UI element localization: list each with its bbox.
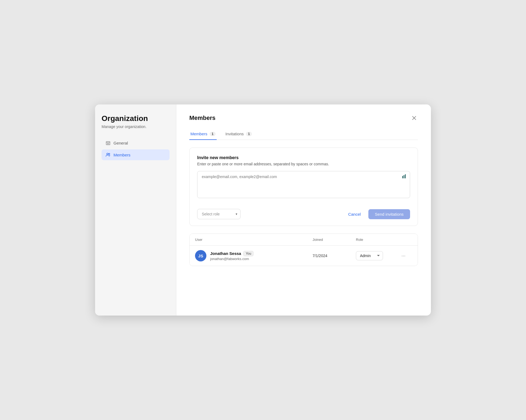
tab-members[interactable]: Members 1	[189, 128, 217, 140]
invite-actions: Select role Admin Member Viewer ▾ Cancel…	[197, 209, 410, 219]
svg-rect-1	[107, 143, 108, 143]
table-row: JS Jonathan Sessa You jonathan@fabworks.…	[190, 246, 418, 266]
svg-point-4	[109, 153, 110, 155]
building-icon	[105, 140, 111, 146]
svg-rect-0	[106, 142, 110, 145]
close-button[interactable]	[410, 114, 418, 122]
members-table: User Joined Role JS Jonathan Sessa You j…	[189, 234, 418, 266]
email-textarea-wrapper	[197, 171, 410, 204]
col-joined: Joined	[313, 238, 356, 242]
action-buttons: Cancel Send invitations	[345, 209, 410, 219]
user-name: Jonathan Sessa	[210, 251, 241, 256]
more-options-button[interactable]: ···	[399, 252, 408, 260]
email-input[interactable]	[197, 171, 410, 198]
svg-rect-2	[109, 143, 109, 143]
cancel-button[interactable]: Cancel	[345, 209, 364, 219]
avatar: JS	[195, 250, 206, 261]
ellipsis-icon: ···	[401, 253, 405, 259]
tab-invitations-badge: 1	[246, 132, 252, 136]
user-info: Jonathan Sessa You jonathan@fabworks.com	[210, 251, 254, 261]
sidebar-item-members[interactable]: Members	[102, 149, 170, 160]
tab-invitations[interactable]: Invitations 1	[224, 128, 253, 140]
user-name-row: Jonathan Sessa You	[210, 251, 254, 256]
sidebar-title: Organization	[102, 114, 170, 123]
col-role: Role	[356, 238, 399, 242]
role-cell: Admin Member Viewer	[356, 251, 399, 260]
you-badge: You	[243, 251, 254, 256]
role-select[interactable]: Select role Admin Member Viewer	[197, 209, 241, 219]
page-title: Members	[189, 114, 216, 122]
user-cell: JS Jonathan Sessa You jonathan@fabworks.…	[195, 250, 313, 261]
col-actions	[399, 238, 412, 242]
sidebar-nav: General Members	[102, 137, 170, 160]
user-email: jonathan@fabworks.com	[210, 257, 254, 261]
role-select-wrapper: Select role Admin Member Viewer ▾	[197, 209, 241, 219]
more-actions-cell: ···	[399, 252, 412, 260]
invite-card: Invite new members Enter or paste one or…	[189, 147, 418, 226]
sidebar-item-members-label: Members	[113, 153, 131, 157]
table-header: User Joined Role	[190, 234, 418, 246]
svg-point-3	[107, 153, 108, 155]
main-header: Members	[189, 114, 418, 122]
tab-members-badge: 1	[210, 132, 216, 136]
sidebar-item-general-label: General	[113, 141, 128, 145]
joined-cell: 7/1/2024	[313, 254, 356, 258]
tab-invitations-label: Invitations	[225, 132, 244, 136]
sidebar-item-general[interactable]: General	[102, 137, 170, 148]
main-content: Members Members 1 Invitations 1 Invite n…	[176, 104, 431, 316]
members-icon	[105, 152, 111, 158]
invite-card-title: Invite new members	[197, 155, 410, 160]
col-user: User	[195, 238, 313, 242]
role-dropdown[interactable]: Admin Member Viewer	[356, 251, 383, 260]
sidebar: Organization Manage your organization. G…	[95, 104, 176, 316]
modal: Organization Manage your organization. G…	[95, 104, 431, 316]
invite-card-description: Enter or paste one or more email address…	[197, 162, 410, 166]
tabs: Members 1 Invitations 1	[189, 128, 418, 140]
sidebar-subtitle: Manage your organization.	[102, 124, 170, 129]
send-invitations-button[interactable]: Send invitations	[368, 209, 410, 219]
tab-members-label: Members	[190, 132, 207, 136]
